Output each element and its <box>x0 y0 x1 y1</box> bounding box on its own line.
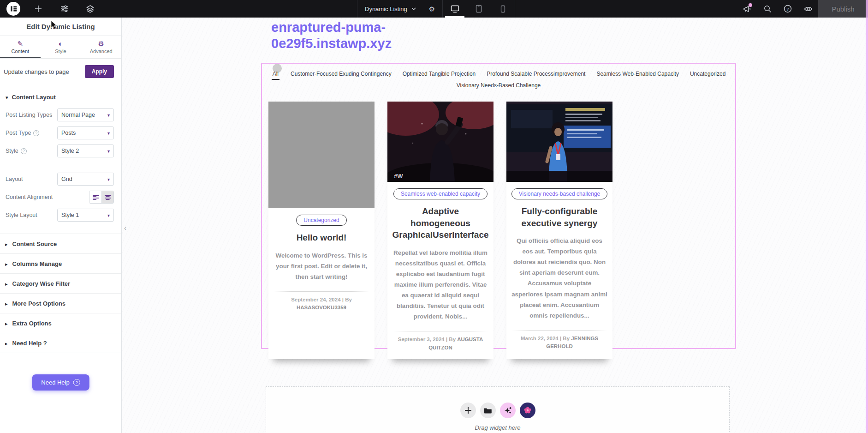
category-badge[interactable]: Seamless web-enabled capacity <box>393 188 488 199</box>
whats-new-button[interactable] <box>737 0 757 18</box>
layers-icon <box>86 5 94 13</box>
topbar-middle-group: Dynamic Listing ⚙ <box>357 0 515 18</box>
add-section-button[interactable] <box>460 403 476 418</box>
field-layout: Layout Grid <box>6 173 114 186</box>
site-settings-button[interactable] <box>56 0 72 18</box>
help-question-icon <box>21 148 27 154</box>
post-date: September 24, 2024 | By <box>291 297 352 302</box>
tab-content-label: Content <box>12 48 30 54</box>
post-card[interactable]: Uncategorized Hello world! Welcome to Wo… <box>268 102 375 359</box>
document-settings-button[interactable]: ⚙ <box>422 6 442 12</box>
help-circle-icon <box>73 379 80 386</box>
site-title-heading[interactable]: enraptured-puma- 0e29f5.instawp.xyz <box>271 19 392 52</box>
post-excerpt: Repellat vel labore mollitia illum neces… <box>392 247 488 322</box>
editor-body: Edit Dynamic Listing ✎ Content ◐ Style ⚙… <box>0 18 868 433</box>
plus-icon <box>35 5 42 12</box>
post-meta: March 22, 2024 | By JENNINGS GERHOLD <box>510 335 609 351</box>
dynamic-listing-widget[interactable]: All Customer-Focused Exuding Contingency… <box>261 63 736 349</box>
align-center-button[interactable] <box>101 191 113 203</box>
content-alignment-group <box>89 191 114 204</box>
style-select[interactable]: Style 2 <box>57 144 114 157</box>
drag-widget-hint: Drag widget here <box>266 424 729 431</box>
notification-dot <box>749 3 752 7</box>
post-title[interactable]: Fully-configurable executive synergy <box>511 205 608 229</box>
post-title[interactable]: Adaptive homogeneous GraphicalUserInterf… <box>392 205 489 241</box>
badge-wrap: Seamless web-enabled capacity <box>387 188 493 199</box>
filter-tab[interactable]: Optimized Tangible Projection <box>403 71 476 80</box>
help-icon: ? <box>784 5 792 13</box>
section-columns-manage[interactable]: Columns Manage <box>0 254 121 274</box>
caret-right-icon <box>5 240 8 248</box>
field-content-alignment: Content Alignment <box>6 191 114 204</box>
select-value: Normal Page <box>61 112 95 118</box>
structure-navigator-button[interactable] <box>82 0 98 18</box>
finder-search-button[interactable] <box>757 0 778 18</box>
panel-title: Edit Dynamic Listing <box>26 23 95 30</box>
post-card[interactable]: #W Seamless web-enabled capacity Adaptiv… <box>387 102 493 359</box>
filter-tab[interactable]: Visionary Needs-Based Challenge <box>457 82 541 89</box>
post-type-select[interactable]: Posts <box>57 126 114 139</box>
site-title-line1: enraptured-puma- <box>271 19 392 36</box>
post-excerpt: Welcome to WordPress. This is your first… <box>273 250 369 282</box>
category-badge[interactable]: Uncategorized <box>296 215 346 226</box>
post-title[interactable]: Hello world! <box>273 232 370 244</box>
document-switcher[interactable]: Dynamic Listing <box>357 0 422 18</box>
tab-content[interactable]: ✎ Content <box>0 36 41 58</box>
add-template-button[interactable] <box>480 403 496 418</box>
category-badge[interactable]: Visionary needs-based challenge <box>511 188 608 199</box>
elementor-menu-button[interactable] <box>6 2 20 16</box>
help-button[interactable]: ? <box>778 0 798 18</box>
field-style: Style Style 2 <box>6 144 114 157</box>
post-card[interactable]: Visionary needs-based challenge Fully-co… <box>506 102 612 359</box>
need-help-button[interactable]: Need Help <box>32 374 89 391</box>
field-label-text: Style <box>6 148 18 154</box>
topbar-right-group: ? Publish <box>737 0 868 18</box>
section-more-post-options[interactable]: More Post Options <box>0 294 121 313</box>
filter-tab[interactable]: Uncategorized <box>690 71 725 80</box>
filter-tab[interactable]: Seamless Web-Enabled Capacity <box>596 71 679 80</box>
widget-settings-panel: Edit Dynamic Listing ✎ Content ◐ Style ⚙… <box>0 18 122 433</box>
field-post-listing-types: Post Listing Types Normal Page <box>6 108 114 121</box>
device-mobile-button[interactable] <box>491 0 515 18</box>
preview-stage: enraptured-puma- 0e29f5.instawp.xyz All … <box>122 18 868 433</box>
meta-divider <box>393 331 488 331</box>
publish-button[interactable]: Publish <box>818 0 868 18</box>
kit-library-button[interactable] <box>520 403 535 418</box>
align-left-button[interactable] <box>89 191 101 203</box>
section-label: Columns Manage <box>12 260 62 267</box>
filter-tab[interactable]: Customer-Focused Exuding Contingency <box>291 71 392 80</box>
apply-button[interactable]: Apply <box>85 65 114 78</box>
widget-drop-area[interactable]: Drag widget here <box>266 386 730 433</box>
filter-row-2: Visionary Needs-Based Challenge <box>457 82 541 89</box>
field-post-type: Post Type Posts <box>6 126 114 139</box>
caret-right-icon <box>5 259 8 268</box>
tab-advanced[interactable]: ⚙ Advanced <box>81 36 121 58</box>
elementor-logo-icon <box>6 2 20 16</box>
plus-icon <box>464 407 472 414</box>
section-need-help[interactable]: Need Help ? <box>0 333 121 353</box>
post-meta: September 3, 2024 | By AUGUSTA QUITZON <box>391 336 490 352</box>
post-image <box>506 102 612 182</box>
post-listing-types-select[interactable]: Normal Page <box>57 108 114 121</box>
section-category-wise-filter[interactable]: Category Wise Filter <box>0 274 121 294</box>
filter-tab[interactable]: Profound Scalable Processimprovement <box>487 71 585 80</box>
filter-row-1: All Customer-Focused Exuding Contingency… <box>272 71 726 80</box>
meta-divider <box>274 291 369 292</box>
section-extra-options[interactable]: Extra Options <box>0 313 121 333</box>
style-layout-select[interactable]: Style 1 <box>57 209 114 222</box>
tab-style[interactable]: ◐ Style <box>41 36 81 58</box>
ai-builder-button[interactable] <box>500 403 516 418</box>
device-tablet-button[interactable] <box>467 0 491 18</box>
flower-icon <box>523 406 532 415</box>
section-label: Extra Options <box>12 320 52 327</box>
section-content-layout[interactable]: Content Layout <box>0 84 121 108</box>
post-date: March 22, 2024 | By <box>521 336 570 341</box>
section-content-source[interactable]: Content Source <box>0 234 121 254</box>
preview-button[interactable] <box>798 0 818 18</box>
panel-collapse-handle[interactable]: ‹ <box>124 224 126 232</box>
panel-header: Edit Dynamic Listing <box>0 18 121 36</box>
filter-tab-all[interactable]: All <box>272 71 279 80</box>
device-desktop-button[interactable] <box>443 0 467 18</box>
layout-select[interactable]: Grid <box>57 173 114 186</box>
add-element-button[interactable] <box>30 0 46 18</box>
